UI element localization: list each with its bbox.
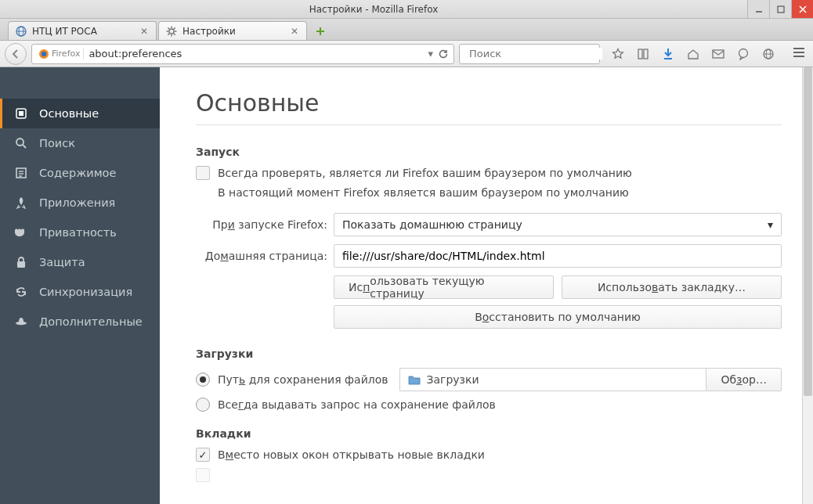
window-controls <box>747 0 813 18</box>
sidebar-item-security[interactable]: Защита <box>0 247 160 277</box>
content-icon <box>14 166 28 180</box>
preferences-main: Основные Запуск Всегда проверять, являет… <box>160 67 813 504</box>
on-start-select[interactable]: Показать домашнюю страницу ▾ <box>334 213 782 236</box>
default-status-text: В настоящий момент Firefox является ваши… <box>218 186 782 199</box>
bookmark-star-icon[interactable] <box>611 47 625 61</box>
tab-preferences[interactable]: Настройки ✕ <box>158 21 307 40</box>
tab-strip: НТЦ ИТ РОСА ✕ Настройки ✕ <box>0 19 813 41</box>
sync-icon <box>14 285 28 299</box>
reading-list-icon[interactable] <box>636 47 650 61</box>
search-input[interactable] <box>469 48 602 59</box>
sidebar-item-label: Защита <box>39 256 85 268</box>
section-downloads-heading: Загрузки <box>196 347 782 360</box>
svg-point-26 <box>739 49 748 57</box>
scrollbar-thumb[interactable] <box>804 67 812 396</box>
chevron-down-icon: ▾ <box>768 218 773 231</box>
cut-off-checkbox[interactable] <box>196 468 210 482</box>
sidebar-item-label: Основные <box>39 107 99 120</box>
check-default-label: Всегда проверять, является ли Firefox ва… <box>218 167 632 179</box>
sidebar-item-applications[interactable]: Приложения <box>0 188 160 218</box>
page-title: Основные <box>196 89 782 125</box>
home-icon[interactable] <box>686 47 700 61</box>
web-icon[interactable] <box>761 47 775 61</box>
content-area: Основные Поиск Содержимое Приложения При… <box>0 67 813 504</box>
mask-icon <box>14 225 28 239</box>
homepage-buttons-row-1: Использовать текущую страницу Использова… <box>334 275 782 299</box>
tab-label: НТЦ ИТ РОСА <box>32 26 97 37</box>
tab-close-button[interactable]: ✕ <box>289 26 300 37</box>
always-ask-label: Всегда выдавать запрос на сохранение фай… <box>218 398 496 411</box>
restore-default-button[interactable]: Восстановить по умолчанию <box>334 305 782 329</box>
mail-icon[interactable] <box>711 47 725 61</box>
sidebar-item-search[interactable]: Поиск <box>0 128 160 158</box>
new-tab-button[interactable] <box>312 23 329 40</box>
sidebar-item-label: Содержимое <box>39 167 116 179</box>
reload-icon[interactable] <box>438 49 449 59</box>
gear-icon <box>165 25 178 38</box>
save-to-label: Путь для сохранения файлов <box>218 373 388 386</box>
search-icon <box>14 136 28 150</box>
save-to-row: Путь для сохранения файлов Загрузки Обзо… <box>196 368 782 391</box>
sidebar-item-advanced[interactable]: Дополнительные <box>0 307 160 337</box>
back-button[interactable] <box>5 43 27 65</box>
section-startup-heading: Запуск <box>196 146 782 158</box>
svg-rect-23 <box>644 49 648 59</box>
url-bar-end: ▾ <box>428 48 450 59</box>
sidebar-item-label: Поиск <box>39 137 75 149</box>
svg-line-13 <box>174 33 175 34</box>
chat-icon[interactable] <box>736 47 750 61</box>
sidebar-item-general[interactable]: Основные <box>0 99 160 128</box>
homepage-row: Домашняя страница: <box>196 244 782 268</box>
general-icon <box>14 106 28 121</box>
on-start-label: При запуске Firefox: <box>196 218 327 231</box>
svg-point-35 <box>16 139 23 146</box>
svg-point-42 <box>16 322 27 325</box>
on-start-row: При запуске Firefox: Показать домашнюю с… <box>196 213 782 236</box>
window-title: Настройки - Mozilla Firefox <box>0 4 747 15</box>
use-bookmark-button[interactable]: Использовать закладку… <box>562 275 782 299</box>
svg-line-15 <box>168 33 169 34</box>
window-titlebar: Настройки - Mozilla Firefox <box>0 0 813 19</box>
dropdown-icon[interactable]: ▾ <box>428 48 433 59</box>
lock-icon <box>14 255 28 269</box>
sidebar-item-label: Синхронизация <box>39 286 132 298</box>
menu-button[interactable] <box>793 47 805 60</box>
svg-line-14 <box>174 27 175 29</box>
preferences-sidebar: Основные Поиск Содержимое Приложения При… <box>0 67 160 504</box>
window-minimize-button[interactable] <box>747 0 769 18</box>
hat-icon <box>14 315 28 329</box>
identity-box[interactable]: Firefox <box>35 49 84 59</box>
new-windows-tabs-checkbox[interactable] <box>196 448 210 462</box>
svg-line-36 <box>23 145 26 148</box>
sidebar-item-sync[interactable]: Синхронизация <box>0 277 160 307</box>
sidebar-item-label: Приложения <box>39 196 115 209</box>
browse-button[interactable]: Обзор… <box>706 368 782 391</box>
url-input[interactable] <box>84 48 428 59</box>
search-bar[interactable] <box>459 44 600 64</box>
tab-ntc-it-rosa[interactable]: НТЦ ИТ РОСА ✕ <box>8 21 157 40</box>
always-ask-radio[interactable] <box>196 398 210 412</box>
check-default-checkbox[interactable] <box>196 166 210 180</box>
window-maximize-button[interactable] <box>769 0 791 18</box>
url-bar[interactable]: Firefox ▾ <box>31 44 454 64</box>
sidebar-item-privacy[interactable]: Приватность <box>0 218 160 247</box>
svg-point-7 <box>169 29 174 34</box>
sidebar-item-content[interactable]: Содержимое <box>0 158 160 188</box>
new-windows-tabs-label: Вместо новых окон открывать новые вкладк… <box>218 448 485 461</box>
sidebar-item-label: Дополнительные <box>39 315 143 328</box>
homepage-label: Домашняя страница: <box>196 250 327 262</box>
homepage-input[interactable] <box>334 244 782 268</box>
window-close-button[interactable] <box>791 0 813 18</box>
svg-rect-34 <box>19 111 23 116</box>
firefox-icon <box>38 49 49 59</box>
downloads-folder-field[interactable]: Загрузки <box>399 368 706 391</box>
vertical-scrollbar[interactable] <box>802 67 813 504</box>
tab-close-button[interactable]: ✕ <box>139 26 150 37</box>
homepage-buttons-row-2: Восстановить по умолчанию <box>334 305 782 329</box>
use-current-page-button[interactable]: Использовать текущую страницу <box>334 275 554 299</box>
svg-rect-1 <box>778 6 784 13</box>
downloads-icon[interactable] <box>661 47 675 61</box>
always-ask-row: Всегда выдавать запрос на сохранение фай… <box>196 398 782 412</box>
save-to-radio[interactable] <box>196 373 210 387</box>
toolbar-buttons <box>611 47 775 61</box>
